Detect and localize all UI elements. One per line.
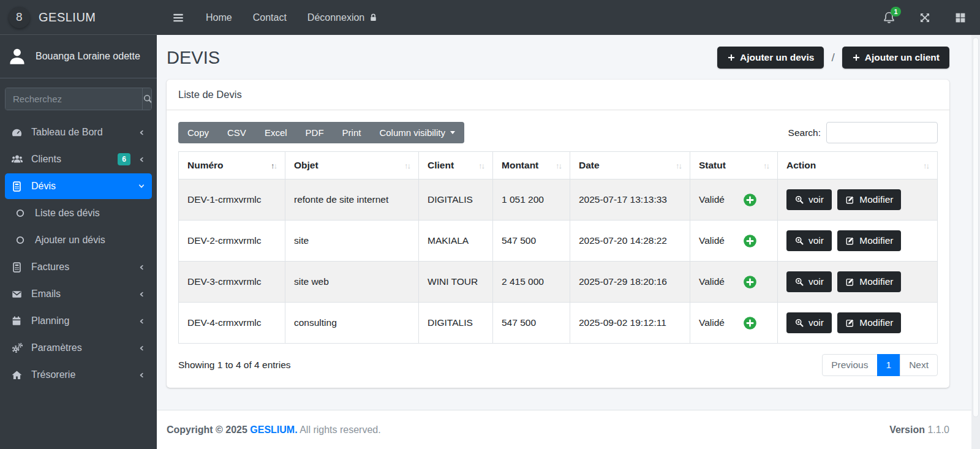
sidebar-item-tresorerie[interactable]: Trésorerie [5, 362, 152, 388]
sidebar-item-planning[interactable]: Planning [5, 308, 152, 334]
cell-numero: DEV-1-crmxvrmlc [179, 179, 285, 221]
topnav-right: 1 [883, 11, 967, 24]
modifier-button[interactable]: Modifier [837, 189, 901, 210]
column-visibility-button[interactable]: Column visibility [370, 122, 464, 143]
modifier-button[interactable]: Modifier [837, 271, 901, 292]
scrollbar-thumb[interactable] [973, 37, 979, 417]
column-header-client[interactable]: Client↑↓ [419, 152, 493, 179]
bell-icon[interactable]: 1 [883, 11, 895, 24]
column-visibility-label: Column visibility [379, 127, 445, 138]
table-footer: Showing 1 to 4 of 4 entries Previous 1 N… [178, 354, 938, 376]
cell-client: WINI TOUR [419, 262, 493, 303]
cell-action: voir Modifier [778, 262, 938, 303]
edit-icon [845, 318, 855, 328]
footer-brand-link[interactable]: GESLIUM. [250, 424, 297, 435]
fullscreen-icon[interactable] [919, 12, 931, 24]
column-header-date[interactable]: Date↑↓ [570, 152, 690, 179]
separator: / [831, 51, 834, 64]
sidebar-item-label: Paramètres [31, 342, 138, 353]
sidebar-item-emails[interactable]: Emails [5, 281, 152, 307]
top-navbar: Home Contact Déconnexion 1 [157, 0, 980, 35]
brand-logo-glyph: 8 [16, 10, 23, 24]
devis-table: Numéro↑↓ Objet↑↓ Client↑↓ Montant↑↓ Date… [178, 151, 938, 344]
copy-button[interactable]: Copy [178, 122, 218, 143]
statut-text: Validé [699, 194, 725, 205]
table-row: DEV-1-crmxvrmlc refonte de site internet… [179, 179, 938, 221]
plus-icon [852, 53, 861, 62]
modifier-button[interactable]: Modifier [837, 230, 901, 251]
table-toolbar: Copy CSV Excel PDF Print Column visibili… [178, 122, 938, 143]
hamburger-icon[interactable] [172, 11, 185, 25]
plus-circle-icon[interactable] [743, 316, 757, 330]
pagination-next[interactable]: Next [900, 354, 938, 376]
card-body: Copy CSV Excel PDF Print Column visibili… [167, 110, 949, 388]
modifier-button[interactable]: Modifier [837, 312, 901, 333]
plus-circle-icon[interactable] [743, 193, 757, 207]
sidebar-item-tableau-de-bord[interactable]: Tableau de Bord [5, 119, 152, 145]
column-label: Client [428, 160, 454, 171]
csv-button[interactable]: CSV [218, 122, 255, 143]
voir-button[interactable]: voir [786, 230, 832, 251]
brand-logo-icon: 8 [9, 7, 30, 28]
sidebar-item-parametres[interactable]: Paramètres [5, 335, 152, 361]
nav-link-label: Déconnexion [307, 12, 364, 23]
sidebar-item-ajouter-un-devis[interactable]: Ajouter un dévis [5, 227, 152, 253]
cell-objet: site web [285, 262, 419, 303]
sidebar-item-label: Planning [31, 315, 138, 326]
nav-link-logout[interactable]: Déconnexion [307, 12, 379, 23]
grid-icon[interactable] [954, 12, 967, 24]
version-label: Version [889, 424, 925, 435]
user-name: Bouanga Loraine odette [36, 51, 140, 62]
sidebar-item-devis[interactable]: Dévis [5, 173, 152, 199]
voir-button[interactable]: voir [786, 312, 832, 333]
scrollbar[interactable] [971, 35, 980, 449]
brand[interactable]: 8 GESLIUM [0, 0, 157, 35]
sort-icon: ↑↓ [404, 161, 410, 170]
pagination-previous[interactable]: Previous [822, 354, 877, 376]
calendar-icon [11, 315, 31, 326]
voir-button[interactable]: voir [786, 271, 832, 292]
sidebar-item-liste-des-devis[interactable]: Liste des dévis [5, 200, 152, 226]
sidebar-search-input[interactable] [6, 88, 142, 110]
sidebar-search [5, 88, 152, 110]
pagination-page-1[interactable]: 1 [877, 354, 901, 376]
sidebar-item-clients[interactable]: Clients 6 [5, 146, 152, 172]
copyright-suffix: All rights reserved. [300, 424, 381, 435]
cell-montant: 1 051 200 [493, 179, 570, 221]
user-panel[interactable]: Bouanga Loraine odette [0, 35, 157, 78]
version: Version 1.1.0 [889, 424, 949, 436]
statut-text: Validé [699, 235, 725, 246]
search-plus-icon [794, 318, 804, 328]
chevron-left-icon [138, 263, 146, 271]
add-devis-button[interactable]: Ajouter un devis [717, 47, 824, 69]
sidebar-item-label: Factures [31, 262, 138, 273]
modifier-label: Modifier [859, 317, 893, 328]
voir-label: voir [809, 194, 824, 205]
sidebar-item-factures[interactable]: Factures [5, 254, 152, 280]
add-client-button[interactable]: Ajouter un client [842, 47, 949, 69]
column-label: Date [579, 160, 600, 171]
table-row: DEV-2-crmxvrmlc site MAKIALA 547 500 202… [179, 221, 938, 262]
cell-numero: DEV-4-crmxvrmlc [179, 303, 285, 344]
brand-name: GESLIUM [39, 10, 96, 25]
print-button[interactable]: Print [333, 122, 371, 143]
table-search-input[interactable] [826, 122, 938, 143]
card-title: Liste de Devis [167, 80, 949, 110]
voir-button[interactable]: voir [786, 189, 832, 210]
nav-link-home[interactable]: Home [206, 12, 232, 23]
page-actions: Ajouter un devis / Ajouter un client [717, 47, 949, 69]
column-header-montant[interactable]: Montant↑↓ [493, 152, 570, 179]
plus-circle-icon[interactable] [743, 234, 757, 248]
column-header-action[interactable]: Action↑↓ [778, 152, 938, 179]
sidebar-search-button[interactable] [142, 88, 152, 110]
column-header-objet[interactable]: Objet↑↓ [285, 152, 419, 179]
nav-link-contact[interactable]: Contact [253, 12, 287, 23]
excel-button[interactable]: Excel [255, 122, 296, 143]
column-header-numero[interactable]: Numéro↑↓ [179, 152, 285, 179]
clients-count-badge: 6 [118, 153, 130, 165]
column-header-statut[interactable]: Statut↑↓ [690, 152, 778, 179]
user-avatar-icon [7, 47, 27, 66]
pdf-button[interactable]: PDF [296, 122, 333, 143]
cell-statut: Validé [690, 262, 778, 303]
plus-circle-icon[interactable] [743, 275, 757, 289]
